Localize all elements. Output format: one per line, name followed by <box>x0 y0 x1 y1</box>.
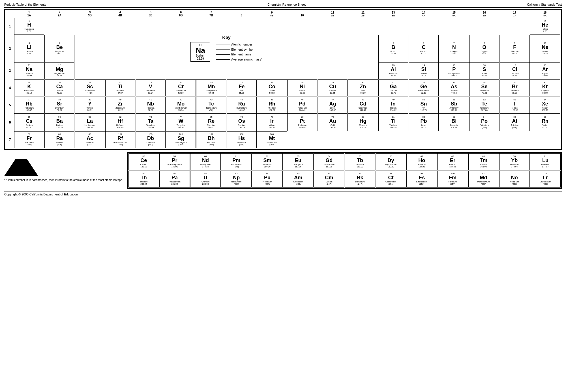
element-Mg: 12MgMagnesium24.31 <box>44 62 74 79</box>
element-Nb: 41NbNiobium92.91 <box>136 97 166 114</box>
header-right: California Standards Test <box>527 3 562 6</box>
element-Ar: 18ArArgon39.95 <box>530 62 560 79</box>
element-H: 1 H Hydrogen 1.01 <box>14 18 44 35</box>
element-In: 49InIndium114.82 <box>378 97 408 114</box>
element-Fm: 100FmFermium(257) <box>437 171 468 188</box>
copyright-text: Copyright © 2003 California Department o… <box>4 193 78 196</box>
group-header-11: 111B <box>318 11 348 18</box>
element-Xe: 54XeXenon131.29 <box>530 97 560 114</box>
element-Re: 75ReRhenium186.21 <box>196 114 226 131</box>
element-Hf: 72HfHafnium178.49 <box>105 114 135 131</box>
element-Sn: 50SnTin118.71 <box>409 97 439 114</box>
element-Se: 34SeSelenium78.96 <box>469 79 499 96</box>
element-Hs: 108HsHassium(269) <box>227 131 257 148</box>
period-6-label: 6 <box>6 114 14 131</box>
element-No: 102NoNobelium(259) <box>499 171 530 188</box>
element-Eu: 63EuEuropium151.96 <box>283 153 314 170</box>
element-At: 85AtAstatine(210) <box>500 114 530 131</box>
element-P: 15PPhosphorus30.97 <box>439 62 469 79</box>
element-Np: 93NpNeptunium(237) <box>221 171 252 188</box>
element-Pb: 82PbLead207.2 <box>409 114 439 131</box>
element-V: 23VVanadium50.94 <box>136 79 166 96</box>
key-example-cell: 11 Na Sodium 22.99 <box>190 42 210 62</box>
element-Mt: 109MtMeitnerium(268) <box>257 131 287 148</box>
element-Ag: 47AgSilver107.87 <box>318 97 348 114</box>
element-Al: 13AlAluminum26.98 <box>378 62 408 79</box>
group-header-2: 2 2A <box>44 11 74 18</box>
element-Pr: 59PrPraseodymium140.91 <box>159 153 190 170</box>
element-Th: 90ThThorium232.04 <box>128 171 159 188</box>
element-Si: 14SiSilicon28.09 <box>409 62 439 79</box>
element-Sm: 62SmSamarium150.36 <box>252 153 282 170</box>
element-Ra: 88RaRadium(226) <box>44 131 74 148</box>
element-Er: 68ErErbium167.26 <box>437 153 468 170</box>
element-Na: 11NaSodium22.99 <box>14 62 44 79</box>
element-Br: 35BrBromine79.90 <box>500 79 530 96</box>
element-F: 9 F Fluorine 19.00 <box>500 35 530 62</box>
element-Bi: 83BiBismuth208.98 <box>439 114 469 131</box>
element-Pm: 61PmPromethium(145) <box>221 153 252 170</box>
element-Yb: 70YbYtterbium173.04 <box>499 153 530 170</box>
element-Te: 52TeTellurium127.60 <box>469 97 499 114</box>
element-Dy: 66DyDysprosium162.50 <box>376 153 406 170</box>
element-Ni: 28NiNickel58.69 <box>287 79 317 96</box>
period-1-label: 1 <box>6 18 14 35</box>
element-Ta: 73TaTantalum180.95 <box>136 114 166 131</box>
key-title: Key <box>190 35 262 40</box>
svg-marker-0 <box>4 159 38 176</box>
key-example-mass: 22.99 <box>197 57 204 60</box>
key-example-symbol: Na <box>196 47 205 54</box>
element-Cf: 98CfCalifornium(251) <box>376 171 406 188</box>
element-Mn: 25MnManganese54.94 <box>196 79 226 96</box>
element-O: 8 O Oxygen 16.00 <box>469 35 499 62</box>
element-Rn: 86RnRadon(222) <box>530 114 560 131</box>
row1-empty <box>44 18 530 35</box>
element-Md: 101MdMendelevium(258) <box>468 171 499 188</box>
element-U: 92UUranium238.03 <box>190 171 221 188</box>
element-Lr: 103LrLawrencium(262) <box>530 171 561 188</box>
period-4-label: 4 <box>6 79 14 96</box>
element-Bk: 97BkBerkelium(247) <box>345 171 375 188</box>
period-2-label: 2 <box>6 35 14 62</box>
group-header-4: 44B <box>105 11 135 18</box>
element-I: 53IIodine126.90 <box>500 97 530 114</box>
element-Hg: 80HgMercury200.59 <box>348 114 378 131</box>
group-header-5: 55B <box>136 11 166 18</box>
element-Ge: 32GeGermanium72.61 <box>409 79 439 96</box>
page-header: Periodic Table of the Elements Chemistry… <box>4 3 562 8</box>
lower-note: * * If this number is in parentheses, th… <box>4 178 123 182</box>
element-Gd: 64GdGadolinium157.25 <box>314 153 344 170</box>
element-Ru: 44RuRuthenium101.07 <box>227 97 257 114</box>
lower-section: * * If this number is in parentheses, th… <box>4 152 562 189</box>
element-Zr: 40ZrZirconium91.22 <box>105 97 135 114</box>
element-Nd: 60NdNeodymium144.24 <box>190 153 221 170</box>
row7-empty <box>287 131 560 148</box>
element-K: 19KPotassium39.10 <box>14 79 44 96</box>
group-header-16: 166A <box>469 11 499 18</box>
actinide-row: 90ThThorium232.04 91PaProtactinium231.04… <box>128 171 561 188</box>
key-labels: Atomic number Element symbol Element nam… <box>216 42 262 62</box>
element-Pu: 94PuPlutonium(244) <box>252 171 282 188</box>
element-Tl: 81TlThallium204.38 <box>378 114 408 131</box>
period-3-label: 3 <box>6 62 14 79</box>
element-Co: 27CoCobalt58.93 <box>257 79 287 96</box>
element-Am: 95AmAmericium(243) <box>283 171 314 188</box>
element-B: 5 B Boron 10.81 <box>378 35 408 62</box>
element-Ne: 10 Ne Neon 20.18 <box>530 35 560 62</box>
key-area: Key 11 Na Sodium 22.99 Atomic number Ele… <box>75 35 378 62</box>
element-Sb: 51SbAntimony121.76 <box>439 97 469 114</box>
element-Fe: 26FeIron55.85 <box>227 79 257 96</box>
element-S: 16SSulfur32.07 <box>469 62 499 79</box>
element-Be: 4 Be Beryllium 9.01 <box>44 35 74 62</box>
element-Tb: 65TbTerbium158.93 <box>345 153 375 170</box>
element-Lu: 71LuLutetium174.97 <box>530 153 561 170</box>
element-Ce: 58CeCerium140.12 <box>128 153 159 170</box>
element-Tc: 43TcTechnetium(98) <box>196 97 226 114</box>
element-Os: 76OsOsmium190.23 <box>227 114 257 131</box>
element-Y: 39YYttrium88.91 <box>75 97 105 114</box>
element-Es: 99EsEinsteinium(252) <box>406 171 437 188</box>
element-He: 2 He Helium 4.00 <box>530 18 560 35</box>
element-Ga: 31GaGallium69.72 <box>378 79 408 96</box>
element-Sr: 38SrStrontium87.62 <box>44 97 74 114</box>
group-header-18: 188A <box>530 11 560 18</box>
